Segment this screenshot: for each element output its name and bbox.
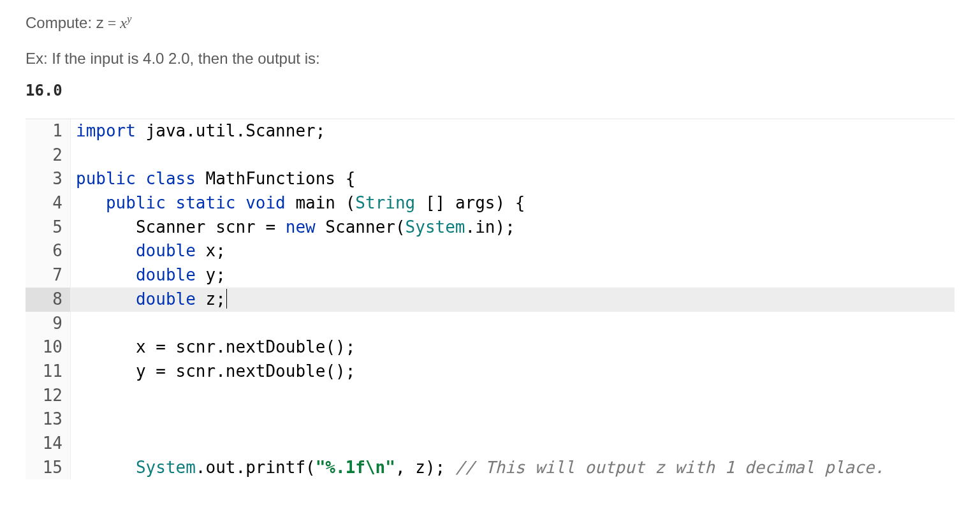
text-cursor	[226, 289, 227, 309]
problem-statement: Compute: z = xy	[26, 13, 954, 32]
line-number: 11	[26, 360, 70, 384]
line-number: 15	[26, 456, 70, 480]
line-number: 3	[26, 167, 70, 191]
line-number: 1	[26, 119, 70, 143]
code-content[interactable]: System.out.printf("%.1f\n", z); // This …	[70, 456, 954, 480]
code-line[interactable]: 1import java.util.Scanner;	[26, 119, 954, 143]
line-number: 9	[26, 312, 70, 336]
code-content[interactable]: y = scnr.nextDouble();	[70, 360, 954, 384]
equation: z = xy	[96, 15, 132, 31]
code-content[interactable]: double y;	[70, 263, 954, 288]
code-content[interactable]	[70, 384, 954, 408]
code-content[interactable]	[70, 407, 954, 432]
line-number: 10	[26, 335, 70, 360]
code-line[interactable]: 10 x = scnr.nextDouble();	[26, 335, 954, 360]
code-line[interactable]: 3public class MathFunctions {	[26, 167, 954, 191]
code-line[interactable]: 12	[26, 384, 954, 408]
code-content[interactable]	[70, 432, 954, 456]
code-content[interactable]: public static void main (String [] args)…	[70, 191, 954, 216]
code-line[interactable]: 15 System.out.printf("%.1f\n", z); // Th…	[26, 456, 954, 480]
code-line[interactable]: 13	[26, 407, 954, 432]
line-number: 4	[26, 191, 70, 216]
code-content[interactable]: import java.util.Scanner;	[70, 119, 954, 143]
code-line[interactable]: 5 Scanner scnr = new Scanner(System.in);	[26, 216, 954, 240]
code-content[interactable]	[70, 312, 954, 336]
code-content[interactable]: public class MathFunctions {	[70, 167, 954, 191]
line-number: 13	[26, 407, 70, 432]
line-number: 12	[26, 384, 70, 408]
example-label: Ex: If the input is 4.0 2.0, then the ou…	[26, 50, 954, 68]
code-line[interactable]: 7 double y;	[26, 263, 954, 288]
code-content[interactable]	[70, 143, 954, 168]
line-number: 2	[26, 143, 70, 168]
code-line[interactable]: 9	[26, 312, 954, 336]
line-number: 7	[26, 263, 70, 288]
example-output: 16.0	[26, 82, 954, 99]
code-content[interactable]: double x;	[70, 239, 954, 263]
code-line[interactable]: 11 y = scnr.nextDouble();	[26, 360, 954, 384]
code-editor[interactable]: 1import java.util.Scanner;23public class…	[26, 119, 954, 479]
line-number: 5	[26, 216, 70, 240]
code-line[interactable]: 6 double x;	[26, 239, 954, 263]
code-line[interactable]: 8 double z;	[26, 288, 954, 312]
line-number: 14	[26, 432, 70, 456]
code-content[interactable]: x = scnr.nextDouble();	[70, 335, 954, 360]
code-content[interactable]: double z;	[70, 288, 954, 312]
line-number: 6	[26, 239, 70, 263]
code-line[interactable]: 14	[26, 432, 954, 456]
code-line[interactable]: 2	[26, 143, 954, 168]
problem-prefix: Compute:	[26, 14, 96, 31]
line-number: 8	[26, 288, 70, 312]
code-content[interactable]: Scanner scnr = new Scanner(System.in);	[70, 216, 954, 240]
code-line[interactable]: 4 public static void main (String [] arg…	[26, 191, 954, 216]
